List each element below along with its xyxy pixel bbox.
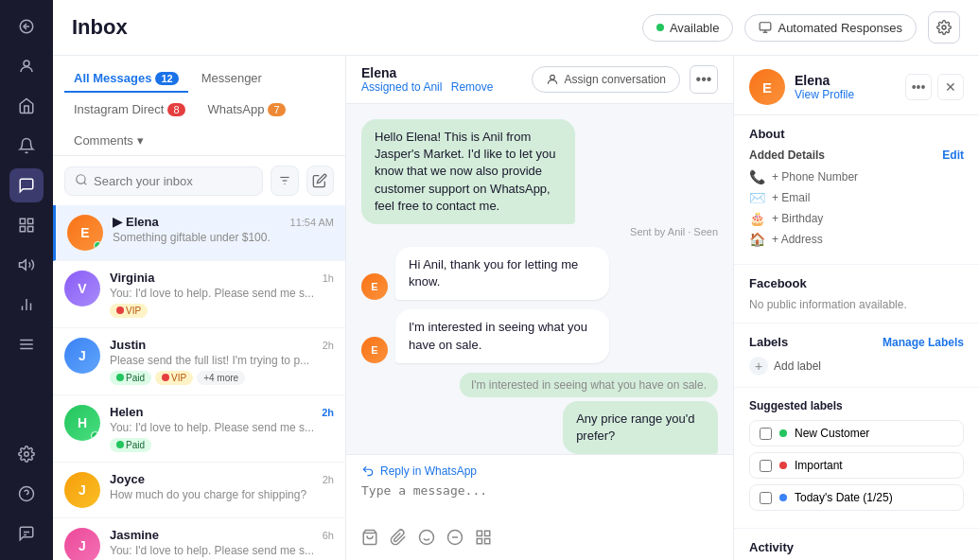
svg-rect-5 [20, 227, 25, 232]
remove-assignment-link[interactable]: Remove [451, 80, 494, 94]
chat-assigned-info: Assigned to Anil Remove [361, 80, 493, 94]
campaigns-icon[interactable] [9, 248, 44, 282]
svg-line-24 [84, 182, 87, 184]
right-panel-close-button[interactable]: ✕ [937, 74, 964, 100]
conversation-item-elena[interactable]: E ▶ Elena 11:54 AM Something giftable un… [53, 205, 345, 261]
activity-section: Activity Keep track of important custome… [734, 529, 979, 560]
main-content: Inbox Available Automated Responses All … [53, 0, 979, 560]
conversation-item-justin[interactable]: J Justin 2h Please send the full list! I… [53, 328, 345, 395]
help-icon[interactable] [9, 477, 44, 511]
filter-button[interactable] [271, 166, 299, 196]
chat-input[interactable] [361, 483, 718, 517]
attachment-icon[interactable] [390, 529, 407, 551]
menu-icon[interactable] [9, 327, 44, 361]
about-title: About [749, 127, 964, 141]
sidebar [0, 0, 53, 560]
right-panel-header: E Elena View Profile ••• ✕ [734, 56, 979, 115]
lists-icon[interactable] [9, 208, 44, 242]
conv-time-helen: 2h [322, 407, 334, 418]
compose-button[interactable] [306, 166, 335, 196]
suggested-label-new-customer[interactable]: New Customer [749, 420, 964, 446]
home-icon[interactable] [9, 89, 44, 123]
agent-icon[interactable] [9, 516, 44, 551]
conversation-item-helen[interactable]: H Helen 2h You: I'd love to help. Please… [53, 395, 345, 463]
manage-labels-link[interactable]: Manage Labels [883, 336, 964, 349]
automated-responses-button[interactable]: Automated Responses [744, 14, 917, 42]
tab-whatsapp[interactable]: WhatsApp 7 [199, 96, 295, 124]
svg-marker-7 [20, 260, 26, 271]
notifications-icon[interactable] [9, 129, 44, 163]
assign-btn-label: Assign conversation [565, 73, 666, 86]
search-input-wrap [64, 166, 263, 196]
email-field[interactable]: ✉️ + Email [749, 190, 964, 205]
search-input[interactable] [94, 174, 253, 188]
smiley-icon[interactable] [446, 529, 463, 551]
grid-icon[interactable] [475, 529, 492, 551]
instagram-badge: 8 [167, 103, 184, 116]
messages-icon[interactable] [9, 168, 44, 202]
automated-label: Automated Responses [778, 21, 902, 35]
whatsapp-badge: 7 [268, 103, 285, 116]
suggested-labels-section: Suggested labels New Customer Important … [734, 388, 979, 529]
tab-comments[interactable]: Comments ▾ [64, 128, 153, 155]
message-small-4: I'm interested in seeing what you have o… [460, 373, 718, 397]
automated-icon [759, 21, 772, 34]
suggested-label-important[interactable]: Important [749, 452, 964, 479]
suggested-checkbox-new-customer[interactable] [760, 428, 772, 440]
birthday-icon: 🎂 [749, 211, 764, 226]
conv-name-virginia: Virginia [110, 271, 154, 285]
conv-name-justin: Justin [110, 338, 146, 352]
chat-input-area: Reply in WhatsApp [346, 454, 733, 560]
tab-messenger[interactable]: Messenger [192, 65, 271, 93]
add-label-button[interactable]: + Add label [749, 357, 964, 376]
tag-paid: Paid [110, 371, 151, 385]
message-bubble-received-2: Hi Anil, thank you for letting me know. [395, 247, 609, 300]
chat-more-button[interactable]: ••• [690, 65, 718, 94]
suggested-label-todays-date[interactable]: Today's Date (1/25) [749, 484, 964, 511]
suggested-checkbox-important[interactable] [760, 460, 772, 472]
all-messages-badge: 12 [155, 72, 178, 85]
conversation-item-jasmine[interactable]: J Jasmine 6h You: I'd love to help. Plea… [53, 518, 345, 560]
reply-in-whatsapp-label: Reply in WhatsApp [380, 464, 477, 478]
analytics-icon[interactable] [9, 288, 44, 322]
edit-details-link[interactable]: Edit [942, 149, 964, 162]
svg-rect-40 [485, 539, 490, 544]
conv-body-helen: Helen 2h You: I'd love to help. Please s… [110, 405, 334, 452]
phone-icon: 📞 [749, 169, 764, 184]
header-actions: Available Automated Responses [642, 11, 960, 44]
suggested-dot-todays-date [779, 494, 787, 501]
suggested-dot-new-customer [779, 429, 787, 437]
avatar-justin: J [64, 338, 100, 374]
chat-panel: Elena Assigned to Anil Remove Assign con… [346, 56, 733, 560]
available-button[interactable]: Available [642, 14, 734, 42]
conversation-item-joyce[interactable]: J Joyce 2h How much do you charge for sh… [53, 463, 345, 518]
search-bar [53, 156, 345, 205]
message-3: E I'm interested in seeing what you have… [361, 309, 718, 362]
settings-gear-button[interactable] [928, 11, 960, 44]
message-bubble-sent-4: Any price range you'd prefer? [563, 401, 718, 454]
conversation-item-virginia[interactable]: V Virginia 1h You: I'd love to help. Ple… [53, 261, 345, 328]
avatar-helen: H [64, 405, 100, 441]
contacts-icon[interactable] [9, 49, 44, 83]
emoji-icon[interactable] [418, 529, 435, 551]
back-icon[interactable] [9, 9, 44, 44]
conv-preview-elena: Something giftable under $100. [113, 231, 334, 244]
right-panel-more-button[interactable]: ••• [905, 74, 932, 100]
suggested-checkbox-todays-date[interactable] [760, 492, 772, 504]
bag-icon[interactable] [361, 529, 378, 551]
view-profile-link[interactable]: View Profile [795, 88, 854, 101]
suggested-dot-important [779, 462, 787, 469]
address-field[interactable]: 🏠 + Address [749, 232, 964, 247]
svg-rect-39 [477, 539, 481, 544]
settings-icon[interactable] [9, 437, 44, 471]
available-label: Available [670, 21, 720, 35]
tag-paid-helen: Paid [110, 438, 151, 452]
tab-instagram[interactable]: Instagram Direct 8 [64, 96, 195, 124]
tab-all-messages[interactable]: All Messages 12 [64, 65, 188, 93]
chat-header-actions: Assign conversation ••• [532, 65, 718, 94]
labels-section: Labels Manage Labels + Add label [734, 324, 979, 388]
phone-field[interactable]: 📞 + Phone Number [749, 169, 964, 184]
birthday-field[interactable]: 🎂 + Birthday [749, 211, 964, 226]
assign-conversation-button[interactable]: Assign conversation [532, 66, 680, 93]
conv-body-virginia: Virginia 1h You: I'd love to help. Pleas… [110, 271, 334, 318]
